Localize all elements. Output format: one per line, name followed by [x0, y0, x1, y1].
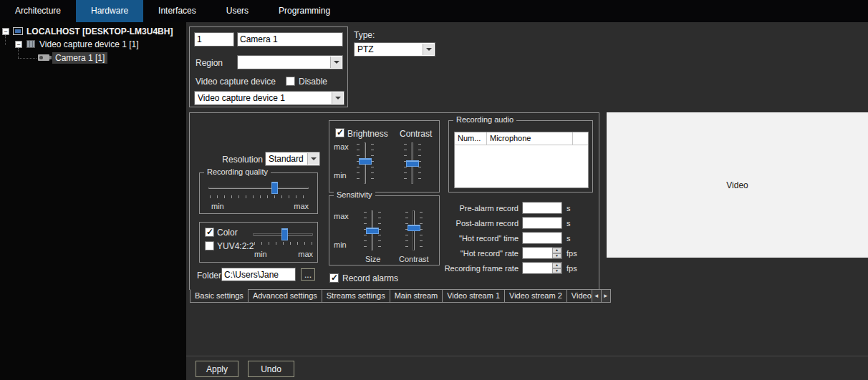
color-slider[interactable] — [253, 228, 313, 245]
tab-hardware[interactable]: Hardware — [76, 0, 143, 22]
camera-icon — [38, 54, 49, 61]
recording-audio-title: Recording audio — [453, 115, 516, 124]
tab-scroll-right-icon: ► — [603, 293, 609, 299]
slider-handle[interactable] — [408, 225, 420, 231]
sensitivity-contrast-slider[interactable] — [405, 210, 423, 250]
region-select[interactable] — [237, 55, 343, 69]
tree-item-camera[interactable]: Camera 1 [1] — [52, 52, 107, 64]
resolution-select[interactable]: Standard — [265, 152, 320, 166]
tab-basic-settings[interactable]: Basic settings — [190, 289, 249, 303]
slider-ticks — [254, 242, 313, 245]
hot-record-rate-field[interactable]: ▲ ▼ — [522, 247, 562, 259]
tree-collapse-icon[interactable]: − — [15, 41, 22, 48]
tab-streams-settings[interactable]: Streams settings — [322, 289, 390, 303]
recording-audio-table[interactable]: Num... Microphone — [454, 132, 589, 188]
recording-quality-slider[interactable] — [208, 182, 309, 199]
spinner-up-icon[interactable]: ▲ — [552, 248, 561, 253]
recording-frame-rate-label: Recording frame rate — [429, 264, 519, 273]
tab-advanced-settings[interactable]: Advanced settings — [248, 289, 322, 303]
tree-item-localhost[interactable]: LOCALHOST [DESKTOP-LM3U4BH] — [26, 26, 173, 36]
audio-col-microphone[interactable]: Microphone — [487, 132, 573, 145]
chevron-down-icon[interactable] — [332, 92, 343, 104]
color-checkbox[interactable]: ✓ — [205, 228, 214, 237]
recording-quality-group: Recording quality min max — [199, 172, 318, 214]
contrast-slider[interactable] — [404, 142, 421, 184]
color-label: Color — [217, 228, 238, 238]
brightness-checkbox[interactable]: ✓ — [335, 128, 344, 137]
tab-scroll-left-icon: ◄ — [594, 293, 599, 299]
computer-icon — [13, 27, 23, 35]
undo-button[interactable]: Undo — [248, 361, 294, 377]
post-alarm-record-label: Post-alarm record — [429, 219, 519, 228]
camera-name-input[interactable] — [237, 32, 343, 47]
tree-collapse-icon[interactable]: − — [2, 28, 9, 35]
pre-alarm-record-input[interactable] — [522, 202, 562, 214]
chevron-down-icon[interactable] — [423, 44, 434, 55]
tab-scroll-left-button[interactable]: ◄ — [592, 289, 602, 303]
sensitivity-size-slider[interactable] — [364, 210, 381, 250]
tab-scroll-right-button[interactable]: ► — [601, 289, 611, 303]
tab-architecture[interactable]: Architecture — [0, 0, 76, 22]
tree-row-localhost[interactable]: − LOCALHOST [DESKTOP-LM3U4BH] — [0, 26, 186, 38]
video-preview-panel[interactable]: Video — [607, 112, 868, 258]
device-tree-panel: − LOCALHOST [DESKTOP-LM3U4BH] − Video ca… — [0, 22, 186, 380]
yuv-checkbox[interactable]: ✓ — [205, 241, 214, 250]
settings-tab-strip: Basic settings Advanced settings Streams… — [190, 289, 610, 303]
tab-video-stream-1[interactable]: Video stream 1 — [442, 289, 505, 303]
size-label: Size — [365, 255, 380, 263]
min-label: min — [211, 202, 224, 210]
hot-record-time-input[interactable] — [522, 232, 562, 244]
tab-video-stream-2[interactable]: Video stream 2 — [504, 289, 567, 303]
disable-checkbox[interactable]: ✓ — [286, 77, 295, 86]
tab-interfaces[interactable]: Interfaces — [143, 0, 211, 22]
capture-device-icon — [26, 40, 35, 48]
slider-handle[interactable] — [366, 228, 379, 234]
max-label: max — [334, 142, 349, 151]
capture-device-select[interactable]: Video capture device 1 — [194, 91, 344, 105]
sensitivity-group: Sensitivity max min Size Contrast — [329, 195, 440, 265]
brightness-slider[interactable] — [357, 142, 374, 184]
tab-main-stream[interactable]: Main stream — [390, 289, 443, 303]
apply-button[interactable]: Apply — [196, 361, 238, 377]
undo-button-label: Undo — [261, 364, 281, 374]
slider-handle[interactable] — [271, 182, 278, 194]
check-icon: ✓ — [331, 273, 338, 283]
folder-input[interactable] — [221, 268, 296, 281]
post-alarm-record-input[interactable] — [522, 217, 562, 229]
tab-programming[interactable]: Programming — [264, 0, 345, 22]
record-alarms-checkbox[interactable]: ✓ — [329, 273, 339, 283]
camera-id-input[interactable] — [194, 32, 234, 47]
hot-record-rate-unit: fps — [566, 249, 577, 258]
audio-col-num[interactable]: Num... — [455, 132, 487, 145]
max-label: max — [294, 202, 309, 210]
resolution-selected-value: Standard — [269, 154, 307, 164]
type-select[interactable]: PTZ — [354, 42, 435, 57]
tab-video-clipped[interactable]: Video — [566, 289, 592, 303]
slider-handle[interactable] — [406, 160, 419, 167]
browse-button[interactable]: ... — [301, 268, 315, 281]
min-label: min — [334, 171, 347, 180]
contrast-label: Contrast — [399, 255, 429, 263]
apply-button-label: Apply — [206, 364, 228, 374]
min-label: min — [334, 240, 347, 249]
tree-row-camera[interactable]: Camera 1 [1] — [0, 52, 186, 64]
slider-handle[interactable] — [281, 228, 288, 240]
post-alarm-record-unit: s — [566, 219, 571, 228]
recording-quality-title: Recording quality — [204, 167, 271, 176]
contrast-label: Contrast — [400, 129, 432, 139]
recording-frame-rate-field[interactable]: ▲ ▼ — [522, 262, 562, 274]
chevron-down-icon[interactable] — [330, 57, 342, 68]
tree-item-capture-device[interactable]: Video capture device 1 [1] — [39, 39, 139, 49]
disable-label: Disable — [299, 77, 327, 87]
slider-handle[interactable] — [359, 158, 372, 165]
spinner: ▲ ▼ — [552, 248, 561, 258]
spinner-down-icon[interactable]: ▼ — [552, 268, 561, 274]
tab-users[interactable]: Users — [211, 0, 264, 22]
spinner-down-icon[interactable]: ▼ — [552, 253, 561, 259]
chevron-down-icon[interactable] — [307, 153, 319, 165]
region-label: Region — [196, 58, 223, 68]
browse-button-label: ... — [304, 270, 312, 280]
tree-row-capture-device[interactable]: − Video capture device 1 [1] — [0, 39, 186, 51]
spinner-up-icon[interactable]: ▲ — [552, 263, 561, 268]
recording-frame-rate-unit: fps — [566, 264, 577, 273]
